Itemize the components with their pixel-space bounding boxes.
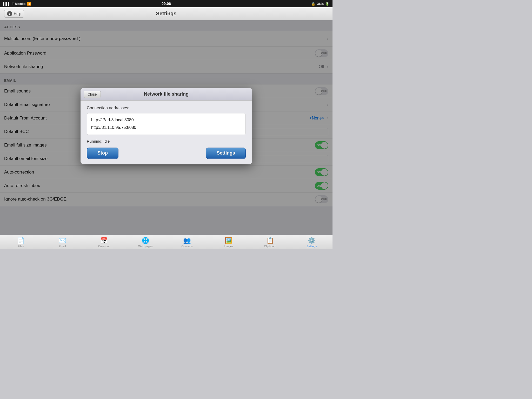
calendar-icon: 📅 <box>100 237 108 244</box>
tab-files[interactable]: 📄 Files <box>0 236 42 249</box>
tab-contacts[interactable]: 👥 Contacts <box>166 236 208 249</box>
tab-web-pages[interactable]: 🌐 Web pages <box>125 236 166 249</box>
clipboard-label: Clipboard <box>264 245 276 248</box>
carrier-label: T-Mobile <box>12 2 26 6</box>
email-tab-label: Email <box>59 245 66 248</box>
web-pages-icon: 🌐 <box>142 237 149 244</box>
files-label: Files <box>18 245 24 248</box>
running-status-label: Running: Idle <box>87 139 246 143</box>
modal-body: Connection addresses: http://iPad-3.loca… <box>81 101 252 164</box>
connection-addresses-label: Connection addresses: <box>87 106 246 110</box>
modal-close-button[interactable]: Close <box>84 91 101 98</box>
wifi-icon: 📶 <box>27 2 31 6</box>
lock-icon: 🔒 <box>311 2 315 6</box>
clipboard-icon: 📋 <box>266 237 274 244</box>
info-icon: i <box>7 11 12 16</box>
connection-url-2: http://31.110.95.75:8080 <box>91 124 241 131</box>
tab-clipboard[interactable]: 📋 Clipboard <box>249 236 291 249</box>
tab-bar: 📄 Files ✉️ Email 📅 Calendar 🌐 Web pages … <box>0 235 332 249</box>
help-button[interactable]: i Help <box>4 10 24 18</box>
status-bar: ▌▌▌ T-Mobile 📶 09:06 🔒 36% 🔋 <box>0 0 332 7</box>
web-pages-label: Web pages <box>138 245 152 248</box>
nav-bar: i Help Settings <box>0 7 332 20</box>
tab-images[interactable]: 🖼️ Images <box>208 236 249 249</box>
time-label: 09:06 <box>162 2 171 6</box>
signal-icon: ▌▌▌ <box>3 2 10 6</box>
calendar-label: Calendar <box>98 245 110 248</box>
stop-button[interactable]: Stop <box>87 148 118 159</box>
connection-urls-box: http://iPad-3.local:8080 http://31.110.9… <box>87 113 246 135</box>
tab-email[interactable]: ✉️ Email <box>42 236 83 249</box>
battery-icon: 🔋 <box>325 2 329 6</box>
modal-header: Close Network file sharing <box>81 88 252 101</box>
status-left: ▌▌▌ T-Mobile 📶 <box>3 2 31 6</box>
images-label: Images <box>224 245 233 248</box>
modal-settings-button[interactable]: Settings <box>206 148 246 159</box>
contacts-label: Contacts <box>181 245 192 248</box>
status-right: 🔒 36% 🔋 <box>311 2 329 6</box>
connection-url-1: http://iPad-3.local:8080 <box>91 116 241 124</box>
contacts-icon: 👥 <box>183 237 191 244</box>
help-label: Help <box>14 12 21 16</box>
network-file-sharing-modal: Close Network file sharing Connection ad… <box>81 88 252 164</box>
modal-buttons: Stop Settings <box>87 148 246 159</box>
settings-icon: ⚙️ <box>308 237 316 244</box>
battery-label: 36% <box>317 2 324 6</box>
images-icon: 🖼️ <box>225 237 232 244</box>
files-icon: 📄 <box>17 237 25 244</box>
page-title: Settings <box>156 11 177 17</box>
modal-title: Network file sharing <box>144 91 189 97</box>
tab-calendar[interactable]: 📅 Calendar <box>83 236 125 249</box>
settings-tab-label: Settings <box>307 245 317 248</box>
tab-settings[interactable]: ⚙️ Settings <box>291 236 332 249</box>
email-icon: ✉️ <box>58 237 66 244</box>
settings-content: Access Multiple users (Enter a new passw… <box>0 20 332 235</box>
